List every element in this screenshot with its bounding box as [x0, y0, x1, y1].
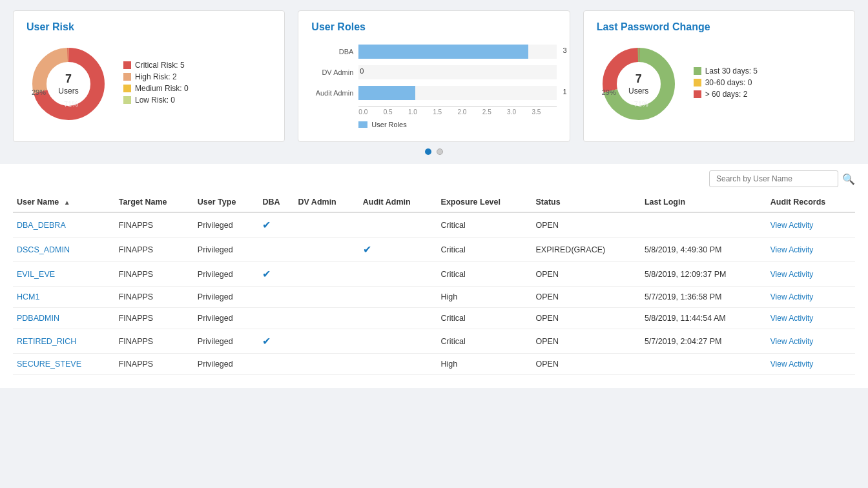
pwd-legend-30days: Last 30 days: 5 — [694, 66, 758, 76]
cell-dba: ✔ — [258, 329, 294, 354]
cell-usertype: Privileged — [194, 262, 259, 287]
cell-lastlogin: 5/8/2019, 11:44:54 AM — [641, 308, 767, 329]
view-activity-link[interactable]: View Activity — [770, 360, 813, 369]
col-lastlogin[interactable]: Last Login — [641, 192, 767, 212]
col-status[interactable]: Status — [532, 192, 641, 212]
cell-status: OPEN — [532, 262, 641, 287]
legend-item-medium: Medium Risk: 0 — [123, 84, 189, 93]
username-link[interactable]: EVIL_EVE — [17, 270, 55, 279]
risk-71-label: 71% — [64, 100, 78, 108]
cell-status: EXPIRED(GRACE) — [532, 238, 641, 262]
username-link[interactable]: DBA_DEBRA — [17, 221, 66, 230]
user-risk-card: User Risk 29% 71% 7 — [13, 10, 285, 142]
bar-track-dba: 3 — [358, 45, 556, 59]
username-link[interactable]: SECURE_STEVE — [17, 360, 81, 369]
view-activity-link[interactable]: View Activity — [770, 337, 813, 346]
col-auditrecords[interactable]: Audit Records — [767, 192, 855, 212]
legend-label-low: Low Risk: 0 — [135, 96, 175, 105]
bar-row-dba: DBA 3 — [311, 45, 556, 59]
username-link[interactable]: RETIRED_RICH — [17, 337, 76, 346]
cell-dvadmin — [294, 354, 358, 375]
username-link[interactable]: HCM1 — [17, 292, 39, 301]
pwd-label-30days: Last 30 days: 5 — [705, 66, 758, 76]
cell-username: PDBADMIN — [13, 308, 115, 329]
bar-fill-auditadmin — [358, 86, 415, 100]
col-usertype[interactable]: User Type — [194, 192, 259, 212]
cell-targetname: FINAPPS — [115, 354, 194, 375]
cell-status: OPEN — [532, 308, 641, 329]
view-activity-link[interactable]: View Activity — [770, 245, 813, 254]
bar-chart: DBA 3 DV Admin 0 Audit Admin — [311, 42, 556, 131]
cell-exposurelevel: High — [437, 354, 532, 375]
cell-auditadmin — [359, 329, 437, 354]
cell-status: OPEN — [532, 287, 641, 308]
view-activity-link[interactable]: View Activity — [770, 270, 813, 279]
cell-auditadmin: ✔ — [359, 238, 437, 262]
cell-auditadmin — [359, 262, 437, 287]
col-dba[interactable]: DBA — [258, 192, 294, 212]
last-password-donut: 29% 71% 7 Users — [597, 42, 681, 126]
sort-arrow-username: ▲ — [64, 199, 70, 206]
bar-value-dba: 3 — [563, 46, 567, 54]
user-risk-donut: 29% 71% 7 Users — [26, 42, 110, 126]
pagination-dot-1[interactable] — [425, 148, 431, 155]
pwd-color-30days — [694, 67, 701, 75]
pwd-legend-6060days: 30-60 days: 0 — [694, 78, 758, 87]
view-activity-link[interactable]: View Activity — [770, 292, 813, 301]
legend-color-medium — [123, 85, 131, 92]
username-link[interactable]: DSCS_ADMIN — [17, 245, 70, 254]
cell-dvadmin — [294, 287, 358, 308]
cell-username: DBA_DEBRA — [13, 212, 115, 238]
last-password-center: 7 Users — [628, 72, 648, 96]
cell-exposurelevel: Critical — [437, 262, 532, 287]
bar-fill-dba — [358, 45, 528, 59]
col-dvadmin[interactable]: DV Admin — [294, 192, 358, 212]
dba-check: ✔ — [262, 219, 271, 230]
cell-auditrecords: View Activity — [767, 238, 855, 262]
bar-label-auditadmin: Audit Admin — [311, 89, 353, 97]
bar-axis: 0.0 0.5 1.0 1.5 2.0 2.5 3.0 3.5 — [358, 107, 556, 116]
col-targetname[interactable]: Target Name — [115, 192, 194, 212]
search-input[interactable] — [709, 170, 838, 187]
pagination-dot-2[interactable] — [437, 148, 443, 155]
cell-status: OPEN — [532, 329, 641, 354]
bar-value-auditadmin: 1 — [563, 88, 567, 96]
table-section: 🔍 User Name ▲ Target Name User Type DBA — [0, 164, 868, 388]
cell-auditadmin — [359, 354, 437, 375]
cell-auditrecords: View Activity — [767, 287, 855, 308]
pwd-29-label: 29% — [602, 88, 616, 96]
view-activity-link[interactable]: View Activity — [770, 314, 813, 323]
cell-dba: ✔ — [258, 262, 294, 287]
bar-label-dba: DBA — [311, 48, 353, 56]
cell-username: EVIL_EVE — [13, 262, 115, 287]
cell-auditrecords: View Activity — [767, 262, 855, 287]
table-row: PDBADMINFINAPPSPrivilegedCriticalOPEN5/8… — [13, 308, 855, 329]
bar-value-dvadmin: 0 — [360, 67, 364, 75]
table-row: SECURE_STEVEFINAPPSPrivilegedHighOPENVie… — [13, 354, 855, 375]
table-row: HCM1FINAPPSPrivilegedHighOPEN5/7/2019, 1… — [13, 287, 855, 308]
cell-auditadmin — [359, 287, 437, 308]
col-exposurelevel[interactable]: Exposure Level — [437, 192, 532, 212]
cell-lastlogin: 5/7/2019, 1:36:58 PM — [641, 287, 767, 308]
cell-lastlogin — [641, 212, 767, 238]
username-link[interactable]: PDBADMIN — [17, 314, 59, 323]
cell-dvadmin — [294, 262, 358, 287]
cell-username: DSCS_ADMIN — [13, 238, 115, 262]
cell-dvadmin — [294, 238, 358, 262]
legend-label-medium: Medium Risk: 0 — [135, 84, 189, 93]
search-button[interactable]: 🔍 — [842, 173, 855, 185]
cell-lastlogin: 5/8/2019, 4:49:30 PM — [641, 238, 767, 262]
user-roles-card: User Roles DBA 3 DV Admin 0 — [298, 10, 570, 142]
bar-legend: User Roles — [358, 121, 556, 128]
top-section: User Risk 29% 71% 7 — [0, 0, 868, 164]
cell-targetname: FINAPPS — [115, 287, 194, 308]
legend-item-critical: Critical Risk: 5 — [123, 61, 189, 70]
legend-color-high — [123, 73, 131, 81]
cell-auditrecords: View Activity — [767, 354, 855, 375]
col-username[interactable]: User Name ▲ — [13, 192, 115, 212]
col-auditadmin[interactable]: Audit Admin — [359, 192, 437, 212]
view-activity-link[interactable]: View Activity — [770, 221, 813, 230]
search-row: 🔍 — [13, 170, 855, 187]
risk-29-label: 29% — [32, 88, 46, 96]
cell-dba — [258, 354, 294, 375]
